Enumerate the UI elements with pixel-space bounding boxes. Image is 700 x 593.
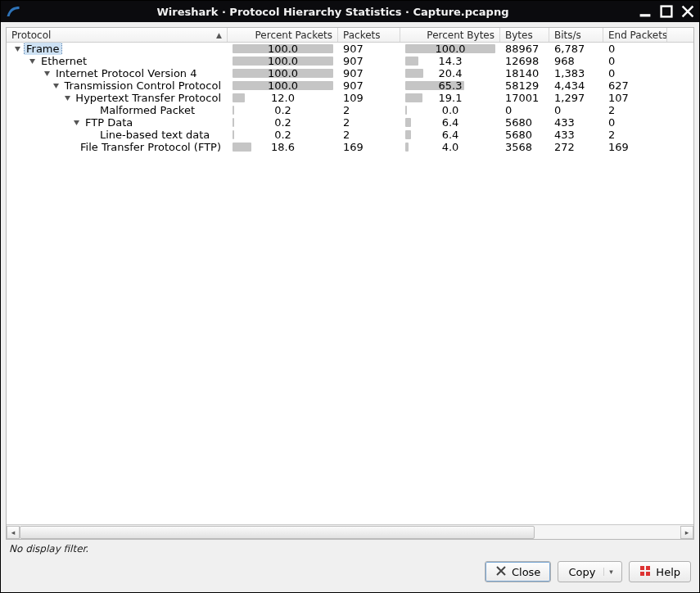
column-headers: Protocol ▲ Percent Packets Packets Perce… [7,28,693,43]
percent-packets-value: 0.2 [233,104,333,116]
bytes-cell: 18140 [500,67,549,79]
dropdown-caret-icon[interactable]: ▾ [603,568,612,576]
percent-bytes-value: 14.3 [405,55,495,67]
percent-bytes-cell: 65.3 [400,79,500,92]
percent-packets-value: 18.6 [233,141,333,153]
bits-cell: 0 [549,104,603,116]
bits-cell: 433 [549,116,603,129]
column-header-label: Percent Packets [255,29,332,41]
column-header-percent-packets[interactable]: Percent Packets [228,28,338,42]
table-row[interactable]: Transmission Control Protocol100.090765.… [7,79,693,92]
close-x-icon [495,565,507,579]
table-row[interactable]: Line-based text data0.226.456804332 [7,129,693,141]
protocol-cell: Internet Protocol Version 4 [7,67,228,79]
percent-bytes-value: 19.1 [405,92,495,104]
percent-packets-value: 100.0 [233,43,333,55]
svg-rect-4 [640,572,644,576]
table-row[interactable]: Hypertext Transfer Protocol12.010919.117… [7,92,693,104]
column-header-bits[interactable]: Bits/s [549,28,603,42]
scroll-left-icon[interactable]: ◂ [7,526,20,539]
table-row[interactable]: FTP Data0.226.456804330 [7,116,693,129]
bits-cell: 4,434 [549,79,603,92]
help-icon [639,565,651,579]
maximize-icon[interactable] [660,5,673,18]
protocol-cell: File Transfer Protocol (FTP) [7,141,228,153]
bits-cell: 433 [549,129,603,141]
packets-cell: 907 [338,79,400,92]
expander-open-icon[interactable] [51,80,61,92]
table-row[interactable]: Ethernet100.090714.3126989680 [7,55,693,67]
scroll-right-icon[interactable]: ▸ [680,526,693,539]
titlebar[interactable]: Wireshark · Protocol Hierarchy Statistic… [1,1,699,22]
minimize-icon[interactable] [639,5,652,18]
packets-cell: 907 [338,55,400,67]
protocol-label: FTP Data [84,116,134,129]
expander-open-icon[interactable] [26,56,38,67]
end-packets-cell: 169 [603,141,667,153]
table-row[interactable]: Internet Protocol Version 4100.090720.41… [7,67,693,79]
percent-packets-value: 12.0 [233,92,333,104]
end-packets-cell: 0 [603,55,667,67]
svg-rect-2 [640,566,644,570]
percent-packets-cell: 0.2 [228,129,338,141]
percent-packets-value: 0.2 [233,116,333,129]
percent-packets-cell: 0.2 [228,116,338,129]
percent-packets-value: 100.0 [233,79,333,92]
percent-bytes-cell: 20.4 [400,67,500,79]
svg-rect-0 [640,14,651,16]
expander-open-icon[interactable] [41,68,52,79]
protocol-cell: Transmission Control Protocol [7,79,228,92]
percent-bytes-value: 0.0 [405,104,495,116]
expander-open-icon[interactable] [11,43,23,55]
protocol-cell: Hypertext Transfer Protocol [7,92,228,104]
column-header-label: Packets [343,29,381,41]
protocol-label: Ethernet [39,55,88,67]
help-button[interactable]: Help [629,561,691,582]
column-header-end-packets[interactable]: End Packets [603,28,667,42]
horizontal-scrollbar[interactable]: ◂ ▸ [7,524,693,539]
column-header-packets[interactable]: Packets [338,28,400,42]
percent-packets-cell: 100.0 [228,67,338,79]
column-header-label: Bits/s [554,29,581,41]
protocol-tree: Protocol ▲ Percent Packets Packets Perce… [6,27,694,540]
table-row[interactable]: File Transfer Protocol (FTP)18.61694.035… [7,141,693,153]
bytes-cell: 5680 [500,129,549,141]
protocol-label: Line-based text data [98,129,211,141]
percent-packets-cell: 100.0 [228,55,338,67]
end-packets-cell: 0 [603,116,667,129]
scroll-thumb[interactable] [20,526,535,539]
window-title: Wireshark · Protocol Hierarchy Statistic… [27,6,639,18]
percent-bytes-cell: 6.4 [400,116,500,129]
protocol-label: Frame [25,43,61,55]
table-row[interactable]: Malformed Packet0.220.0002 [7,104,693,116]
percent-bytes-cell: 6.4 [400,129,500,141]
expander-open-icon[interactable] [70,117,82,129]
column-header-protocol[interactable]: Protocol ▲ [7,28,228,42]
table-row[interactable]: Frame100.0907100.0889676,7870 [7,43,693,55]
percent-bytes-value: 100.0 [405,43,495,55]
close-icon[interactable] [681,5,694,18]
scroll-track[interactable] [20,526,680,539]
packets-cell: 907 [338,67,400,79]
end-packets-cell: 2 [603,129,667,141]
bytes-cell: 3568 [500,141,549,153]
window-root: Wireshark · Protocol Hierarchy Statistic… [0,0,700,593]
end-packets-cell: 107 [603,92,667,104]
percent-bytes-value: 4.0 [405,141,495,153]
percent-bytes-cell: 4.0 [400,141,500,153]
expander-none [85,105,97,116]
bits-cell: 6,787 [549,43,603,55]
bytes-cell: 58129 [500,79,549,92]
column-header-percent-bytes[interactable]: Percent Bytes [400,28,500,42]
column-header-bytes[interactable]: Bytes [500,28,549,42]
tree-rows: Frame100.0907100.0889676,7870Ethernet100… [7,43,693,524]
percent-packets-cell: 12.0 [228,92,338,104]
percent-bytes-cell: 0.0 [400,104,500,116]
column-header-label: End Packets [608,29,667,41]
bytes-cell: 12698 [500,55,549,67]
packets-cell: 169 [338,141,400,153]
copy-button[interactable]: Copy ▾ [558,561,622,582]
column-header-label: Protocol [11,29,51,41]
expander-open-icon[interactable] [62,93,72,104]
close-button[interactable]: Close [485,561,551,582]
